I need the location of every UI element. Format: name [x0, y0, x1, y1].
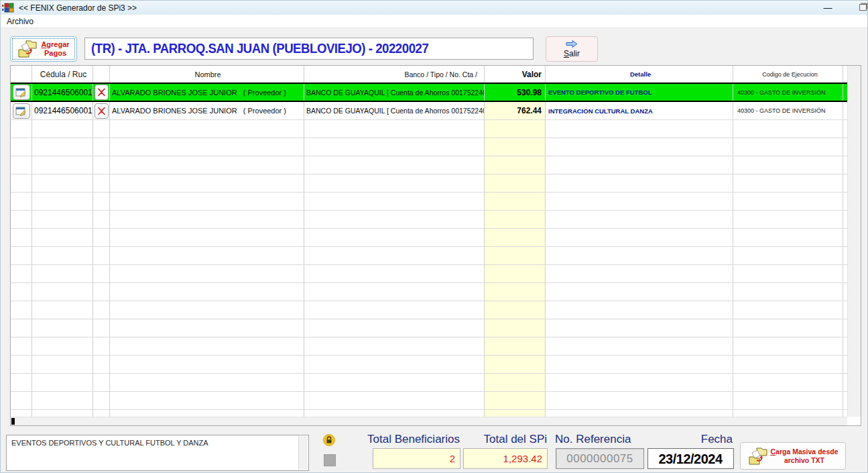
- cell-cedula: [32, 156, 93, 174]
- menu-archivo[interactable]: Archivo: [1, 17, 40, 26]
- payment-row[interactable]: 0921446506001ALVARADO BRIONES JOSE JUNIO…: [11, 83, 847, 102]
- total-beneficiarios-field: 2: [373, 448, 460, 469]
- minimize-button[interactable]: —: [814, 1, 842, 14]
- cell-codigo: [733, 120, 843, 138]
- carga-masiva-button[interactable]: Carga Masiva desde archivo TXT: [740, 442, 846, 470]
- column-header-cedula: Cédula / Ruc: [32, 66, 93, 83]
- cell-banco: [304, 211, 485, 228]
- cell-banco: [304, 356, 485, 373]
- cell-banco: [304, 301, 485, 319]
- empty-row: [11, 229, 847, 247]
- empty-row: [11, 193, 847, 211]
- grid-horizontal-scrollbar[interactable]: [11, 417, 847, 425]
- textarea-scrollbar[interactable]: [298, 436, 308, 470]
- empty-row: [11, 392, 847, 410]
- cell-edit: [11, 410, 32, 417]
- cell-detalle: [546, 392, 733, 409]
- cell-edit: [11, 229, 32, 246]
- empty-row: [11, 374, 847, 392]
- cell-cedula: [32, 193, 93, 210]
- cell-delete: [93, 392, 110, 409]
- cell-edit: [11, 193, 32, 210]
- fecha-field[interactable]: 23/12/2024: [647, 448, 734, 469]
- menu-bar: Archivo: [1, 15, 867, 28]
- cell-valor: [485, 374, 546, 391]
- cell-codigo: [733, 138, 843, 156]
- window-title: << FENIX Generador de SPi3 >>: [19, 3, 137, 13]
- cell-valor: [485, 120, 546, 138]
- cell-detalle: [546, 410, 733, 417]
- cell-codigo: [733, 392, 843, 409]
- cell-cedula: [32, 229, 93, 246]
- exit-icon: [565, 40, 578, 48]
- empty-row: [11, 337, 847, 356]
- delete-row-icon: [97, 88, 106, 97]
- delete-row-button[interactable]: [95, 85, 109, 100]
- cell-nombre: [110, 410, 304, 417]
- cell-codigo: [733, 356, 843, 373]
- column-header-delete: [93, 66, 110, 83]
- cell-codigo: [733, 156, 843, 174]
- empty-row: [11, 120, 847, 138]
- cell-banco: [304, 265, 485, 282]
- cell-cedula: 0921446506001: [32, 84, 93, 101]
- total-beneficiarios-label: Total Beneficiarios: [346, 433, 460, 448]
- cell-valor: [485, 229, 546, 246]
- cell-edit: [11, 138, 32, 156]
- descripcion-textarea[interactable]: EVENTOS DEPORTIVOS Y CULTURAL FUTBOL Y D…: [6, 435, 309, 471]
- cell-valor: [485, 193, 546, 210]
- cell-edit: [11, 102, 32, 119]
- edit-row-icon: [15, 106, 27, 116]
- cell-cedula: [32, 247, 93, 264]
- cell-codigo: [733, 229, 843, 246]
- cell-nombre: ALVARADO BRIONES JOSE JUNIOR ( Proveedor…: [110, 102, 304, 119]
- edit-row-button[interactable]: [13, 85, 30, 100]
- cell-edit: [11, 374, 32, 391]
- cell-detalle: [546, 319, 733, 337]
- cell-detalle: [546, 283, 733, 301]
- cell-delete: [93, 102, 110, 119]
- empty-row: [11, 265, 847, 283]
- empty-row: [11, 356, 847, 374]
- agregar-pagos-button[interactable]: Agregar Pagos: [10, 36, 77, 62]
- cell-delete: [93, 247, 110, 264]
- cell-delete: [93, 337, 110, 355]
- edit-row-button[interactable]: [13, 103, 30, 119]
- empty-row: [11, 174, 847, 193]
- grid-header-row: Cédula / RucNombreBanco / Tipo / No. Cta…: [11, 66, 861, 83]
- cell-edit: [11, 84, 32, 101]
- cell-codigo: [733, 283, 843, 301]
- cell-edit: [11, 265, 32, 282]
- delete-row-icon: [97, 107, 106, 115]
- edit-row-icon: [15, 87, 27, 97]
- empty-row: [11, 247, 847, 265]
- cell-edit: [11, 174, 32, 192]
- maximize-button[interactable]: [849, 1, 868, 14]
- cell-cedula: [32, 319, 93, 337]
- grid-vertical-scrollbar[interactable]: [847, 66, 861, 417]
- entity-title-field[interactable]: (TR) - JTA. PARROQ.SAN JUAN (PUEBLOVIEJO…: [84, 38, 534, 60]
- cell-valor: [485, 156, 546, 174]
- cell-valor: [485, 211, 546, 228]
- cell-detalle: [546, 229, 733, 246]
- cell-codigo: 40300 - GASTO DE INVERSIÓN: [733, 102, 843, 119]
- salir-button[interactable]: Salir: [546, 36, 598, 62]
- cell-valor: [485, 265, 546, 282]
- column-header-edit: [11, 66, 32, 83]
- cell-banco: [304, 392, 485, 409]
- cell-edit: [11, 337, 32, 355]
- delete-row-button[interactable]: [95, 103, 109, 119]
- cell-cedula: [32, 138, 93, 156]
- cell-cedula: [32, 283, 93, 301]
- cell-edit: [11, 301, 32, 319]
- payment-row[interactable]: 0921446506001ALVARADO BRIONES JOSE JUNIO…: [11, 102, 847, 120]
- scrollbar-thumb[interactable]: [11, 418, 15, 425]
- cell-edit: [11, 283, 32, 301]
- cell-codigo: [733, 265, 843, 282]
- cell-nombre: [110, 211, 304, 228]
- cell-valor: [485, 356, 546, 373]
- cell-detalle: [546, 301, 733, 319]
- cell-codigo: [733, 193, 843, 210]
- cell-detalle: [546, 265, 733, 282]
- descripcion-text: EVENTOS DEPORTIVOS Y CULTURAL FUTBOL Y D…: [11, 439, 208, 447]
